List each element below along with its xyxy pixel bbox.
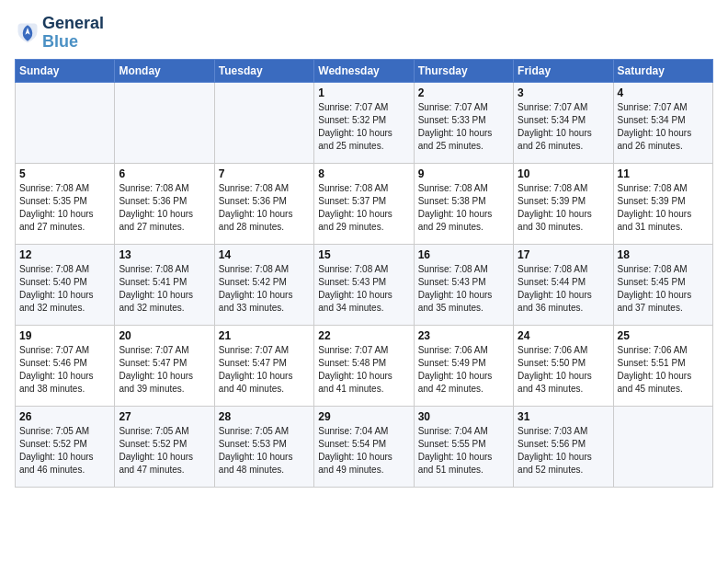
header-monday: Monday <box>115 59 214 82</box>
calendar-cell: 17Sunrise: 7:08 AMSunset: 5:44 PMDayligh… <box>514 244 613 325</box>
cell-content: Sunrise: 7:08 AMSunset: 5:37 PMDaylight:… <box>318 182 409 234</box>
cell-content: Sunrise: 7:07 AMSunset: 5:47 PMDaylight:… <box>219 344 310 396</box>
day-number: 26 <box>19 410 110 423</box>
cell-content: Sunrise: 7:08 AMSunset: 5:41 PMDaylight:… <box>119 263 210 315</box>
cell-content: Sunrise: 7:08 AMSunset: 5:40 PMDaylight:… <box>19 263 110 315</box>
calendar-cell: 12Sunrise: 7:08 AMSunset: 5:40 PMDayligh… <box>16 244 115 325</box>
day-number: 29 <box>318 410 409 423</box>
day-number: 18 <box>618 248 709 261</box>
logo: General Blue <box>15 15 104 52</box>
week-row-1: 1Sunrise: 7:07 AMSunset: 5:32 PMDaylight… <box>16 82 713 163</box>
calendar-cell: 8Sunrise: 7:08 AMSunset: 5:37 PMDaylight… <box>314 163 414 244</box>
calendar-cell: 9Sunrise: 7:08 AMSunset: 5:38 PMDaylight… <box>414 163 513 244</box>
calendar-cell: 30Sunrise: 7:04 AMSunset: 5:55 PMDayligh… <box>414 406 513 487</box>
cell-content: Sunrise: 7:08 AMSunset: 5:42 PMDaylight:… <box>219 263 310 315</box>
cell-content: Sunrise: 7:07 AMSunset: 5:47 PMDaylight:… <box>119 344 210 396</box>
cell-content: Sunrise: 7:07 AMSunset: 5:48 PMDaylight:… <box>318 344 409 396</box>
day-number: 20 <box>119 329 210 342</box>
week-row-4: 19Sunrise: 7:07 AMSunset: 5:46 PMDayligh… <box>16 325 713 406</box>
calendar-cell <box>16 82 115 163</box>
calendar-cell: 31Sunrise: 7:03 AMSunset: 5:56 PMDayligh… <box>514 406 613 487</box>
cell-content: Sunrise: 7:08 AMSunset: 5:44 PMDaylight:… <box>518 263 609 315</box>
cell-content: Sunrise: 7:06 AMSunset: 5:50 PMDaylight:… <box>518 344 609 396</box>
cell-content: Sunrise: 7:05 AMSunset: 5:52 PMDaylight:… <box>19 425 110 477</box>
cell-content: Sunrise: 7:08 AMSunset: 5:39 PMDaylight:… <box>518 182 609 234</box>
day-number: 24 <box>518 329 609 342</box>
calendar-cell: 26Sunrise: 7:05 AMSunset: 5:52 PMDayligh… <box>16 406 115 487</box>
calendar-cell: 6Sunrise: 7:08 AMSunset: 5:36 PMDaylight… <box>115 163 214 244</box>
day-number: 11 <box>618 167 709 180</box>
cell-content: Sunrise: 7:08 AMSunset: 5:43 PMDaylight:… <box>418 263 509 315</box>
cell-content: Sunrise: 7:04 AMSunset: 5:55 PMDaylight:… <box>418 425 509 477</box>
calendar-cell: 23Sunrise: 7:06 AMSunset: 5:49 PMDayligh… <box>414 325 513 406</box>
calendar-cell: 14Sunrise: 7:08 AMSunset: 5:42 PMDayligh… <box>214 244 313 325</box>
day-number: 27 <box>119 410 210 423</box>
day-number: 28 <box>219 410 310 423</box>
day-number: 4 <box>618 86 709 99</box>
cell-content: Sunrise: 7:03 AMSunset: 5:56 PMDaylight:… <box>518 425 609 477</box>
calendar-cell: 21Sunrise: 7:07 AMSunset: 5:47 PMDayligh… <box>214 325 313 406</box>
cell-content: Sunrise: 7:08 AMSunset: 5:35 PMDaylight:… <box>19 182 110 234</box>
calendar-cell: 29Sunrise: 7:04 AMSunset: 5:54 PMDayligh… <box>314 406 414 487</box>
cell-content: Sunrise: 7:06 AMSunset: 5:49 PMDaylight:… <box>418 344 509 396</box>
calendar-cell: 25Sunrise: 7:06 AMSunset: 5:51 PMDayligh… <box>613 325 712 406</box>
logo-icon <box>15 20 40 46</box>
day-number: 22 <box>318 329 409 342</box>
cell-content: Sunrise: 7:08 AMSunset: 5:39 PMDaylight:… <box>618 182 709 234</box>
cell-content: Sunrise: 7:07 AMSunset: 5:33 PMDaylight:… <box>418 101 509 153</box>
calendar-cell <box>214 82 313 163</box>
cell-content: Sunrise: 7:08 AMSunset: 5:43 PMDaylight:… <box>318 263 409 315</box>
calendar-cell: 18Sunrise: 7:08 AMSunset: 5:45 PMDayligh… <box>613 244 712 325</box>
week-row-5: 26Sunrise: 7:05 AMSunset: 5:52 PMDayligh… <box>16 406 713 487</box>
calendar-cell: 5Sunrise: 7:08 AMSunset: 5:35 PMDaylight… <box>16 163 115 244</box>
cell-content: Sunrise: 7:07 AMSunset: 5:34 PMDaylight:… <box>618 101 709 153</box>
calendar-cell: 4Sunrise: 7:07 AMSunset: 5:34 PMDaylight… <box>613 82 712 163</box>
page-header: General Blue <box>15 15 713 52</box>
calendar-cell <box>115 82 214 163</box>
day-number: 30 <box>418 410 509 423</box>
cell-content: Sunrise: 7:05 AMSunset: 5:52 PMDaylight:… <box>119 425 210 477</box>
day-number: 15 <box>318 248 409 261</box>
cell-content: Sunrise: 7:05 AMSunset: 5:53 PMDaylight:… <box>219 425 310 477</box>
calendar-cell: 2Sunrise: 7:07 AMSunset: 5:33 PMDaylight… <box>414 82 513 163</box>
cell-content: Sunrise: 7:06 AMSunset: 5:51 PMDaylight:… <box>618 344 709 396</box>
cell-content: Sunrise: 7:08 AMSunset: 5:45 PMDaylight:… <box>618 263 709 315</box>
cell-content: Sunrise: 7:08 AMSunset: 5:38 PMDaylight:… <box>418 182 509 234</box>
calendar-cell: 10Sunrise: 7:08 AMSunset: 5:39 PMDayligh… <box>514 163 613 244</box>
day-number: 12 <box>19 248 110 261</box>
day-number: 10 <box>518 167 609 180</box>
calendar-cell: 24Sunrise: 7:06 AMSunset: 5:50 PMDayligh… <box>514 325 613 406</box>
day-number: 21 <box>219 329 310 342</box>
header-tuesday: Tuesday <box>214 59 313 82</box>
cell-content: Sunrise: 7:07 AMSunset: 5:46 PMDaylight:… <box>19 344 110 396</box>
header-wednesday: Wednesday <box>314 59 414 82</box>
day-number: 8 <box>318 167 409 180</box>
calendar-table: SundayMondayTuesdayWednesdayThursdayFrid… <box>15 59 713 488</box>
cell-content: Sunrise: 7:08 AMSunset: 5:36 PMDaylight:… <box>119 182 210 234</box>
calendar-cell: 13Sunrise: 7:08 AMSunset: 5:41 PMDayligh… <box>115 244 214 325</box>
cell-content: Sunrise: 7:04 AMSunset: 5:54 PMDaylight:… <box>318 425 409 477</box>
calendar-cell: 22Sunrise: 7:07 AMSunset: 5:48 PMDayligh… <box>314 325 414 406</box>
day-number: 9 <box>418 167 509 180</box>
calendar-cell: 20Sunrise: 7:07 AMSunset: 5:47 PMDayligh… <box>115 325 214 406</box>
day-number: 5 <box>19 167 110 180</box>
day-number: 31 <box>518 410 609 423</box>
day-number: 25 <box>618 329 709 342</box>
calendar-cell: 28Sunrise: 7:05 AMSunset: 5:53 PMDayligh… <box>214 406 313 487</box>
header-thursday: Thursday <box>414 59 513 82</box>
day-number: 1 <box>318 86 409 99</box>
day-number: 23 <box>418 329 509 342</box>
header-friday: Friday <box>514 59 613 82</box>
cell-content: Sunrise: 7:07 AMSunset: 5:32 PMDaylight:… <box>318 101 409 153</box>
day-number: 13 <box>119 248 210 261</box>
calendar-cell: 15Sunrise: 7:08 AMSunset: 5:43 PMDayligh… <box>314 244 414 325</box>
calendar-cell: 1Sunrise: 7:07 AMSunset: 5:32 PMDaylight… <box>314 82 414 163</box>
calendar-cell: 19Sunrise: 7:07 AMSunset: 5:46 PMDayligh… <box>16 325 115 406</box>
week-row-3: 12Sunrise: 7:08 AMSunset: 5:40 PMDayligh… <box>16 244 713 325</box>
header-saturday: Saturday <box>613 59 712 82</box>
calendar-cell <box>613 406 712 487</box>
logo-text: General Blue <box>42 15 104 52</box>
days-header-row: SundayMondayTuesdayWednesdayThursdayFrid… <box>16 59 713 82</box>
day-number: 14 <box>219 248 310 261</box>
calendar-cell: 11Sunrise: 7:08 AMSunset: 5:39 PMDayligh… <box>613 163 712 244</box>
